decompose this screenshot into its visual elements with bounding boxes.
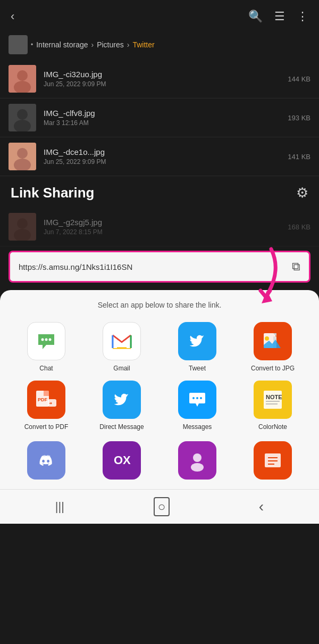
svg-point-1 (17, 70, 28, 81)
app-label-chat: Chat (39, 365, 53, 372)
nav-menu-icon[interactable]: ||| (55, 500, 64, 514)
svg-point-33 (196, 397, 198, 399)
app-item-direct-message[interactable]: Direct Message (86, 381, 157, 431)
file-item[interactable]: IMG_-g2sgj5.jpg Jun 7, 2022 8:15 PM 168 … (0, 208, 319, 246)
app-item-convert-jpg[interactable]: Convert to JPG (237, 322, 308, 372)
toolbar: ‹ 🔍 ☰ ⋮ (0, 0, 319, 30)
share-subtitle: Select an app below to share the link. (11, 301, 308, 309)
app-item-discord[interactable] (11, 441, 82, 484)
file-thumbnail (9, 65, 36, 93)
svg-point-16 (49, 338, 52, 341)
settings-icon[interactable]: ⚙ (296, 185, 308, 201)
svg-point-10 (17, 218, 28, 229)
more-options-icon[interactable]: ⋮ (297, 10, 308, 23)
twitter-icon (178, 322, 216, 360)
app-label-convert-pdf: Convert to PDF (24, 423, 69, 431)
url-box[interactable]: https://s.amsu.ng/1Nks1i1I16SN ⧉ (9, 251, 310, 283)
file-list: IMG_-ci32uo.jpg Jun 25, 2022 9:09 PM 144… (0, 60, 319, 176)
file-info: IMG_-ci32uo.jpg Jun 25, 2022 9:09 PM (44, 70, 280, 88)
file-item[interactable]: IMG_-ci32uo.jpg Jun 25, 2022 9:09 PM 144… (0, 60, 319, 98)
app-label-colornote: ColorNote (258, 423, 287, 431)
svg-text:NOTE: NOTE (266, 394, 282, 400)
app-grid: Chat Gmail (11, 322, 308, 431)
file-info: IMG_-clfv8.jpg Mar 3 12:16 AM (44, 109, 280, 127)
file-name: IMG_-ci32uo.jpg (44, 70, 280, 79)
svg-text:OX: OX (114, 453, 131, 467)
svg-point-14 (41, 338, 44, 341)
svg-point-4 (17, 109, 28, 120)
file-info: IMG_-g2sgj5.jpg Jun 7, 2022 8:15 PM (44, 218, 280, 236)
breadcrumb-internal-storage[interactable]: Internal storage (36, 40, 88, 49)
breadcrumb-pictures[interactable]: Pictures (97, 40, 124, 49)
file-name: IMG_-clfv8.jpg (44, 109, 280, 118)
file-size: 193 KB (288, 114, 310, 122)
app-item-chat[interactable]: Chat (11, 322, 82, 372)
app-label-tweet: Tweet (189, 365, 206, 372)
messages-icon (178, 381, 216, 419)
direct-message-icon (103, 381, 141, 419)
chat-icon (27, 322, 65, 360)
app-item-messages[interactable]: Messages (162, 381, 233, 431)
ox-icon: OX (103, 441, 141, 480)
folder-avatar (9, 35, 28, 54)
breadcrumb-sep2: › (127, 40, 130, 49)
bottom-sheet: Select an app below to share the link. C… (0, 290, 319, 489)
app-item-tweet[interactable]: Tweet (162, 322, 233, 372)
file-size: 144 KB (288, 75, 310, 83)
colornote-icon: NOTE (254, 381, 292, 419)
svg-point-32 (192, 397, 195, 399)
svg-text:PDF: PDF (38, 397, 48, 402)
svg-point-24 (265, 336, 269, 341)
file-name: IMG_-g2sgj5.jpg (44, 218, 280, 227)
back-button[interactable]: ‹ (11, 10, 14, 23)
breadcrumb: • Internal storage › Pictures › Twitter (0, 30, 319, 60)
copy-icon[interactable]: ⧉ (292, 260, 300, 274)
url-text: https://s.amsu.ng/1Nks1i1I16SN (19, 262, 287, 271)
breadcrumb-dot: • (31, 41, 33, 48)
file-info: IMG_-dce1o...jpg Jun 25, 2022 9:09 PM (44, 147, 280, 166)
nav-back-icon[interactable]: ‹ (259, 498, 264, 515)
file-size: 168 KB (288, 223, 310, 231)
svg-text:➜: ➜ (49, 401, 52, 405)
app-label-direct-message: Direct Message (99, 423, 144, 431)
app-label-messages: Messages (183, 423, 212, 431)
nav-bar: ||| ○ ‹ (0, 489, 319, 524)
file-meta: Jun 25, 2022 9:09 PM (44, 80, 280, 88)
gmail-icon (103, 322, 141, 360)
app-item-convert-pdf[interactable]: PDF ➜ Convert to PDF (11, 381, 82, 431)
file-thumbnail (9, 143, 36, 170)
app-item-orange[interactable] (237, 441, 308, 484)
convert-jpg-icon (254, 322, 292, 360)
file-name: IMG_-dce1o...jpg (44, 147, 280, 156)
svg-point-34 (200, 397, 202, 399)
file-meta: Jun 25, 2022 9:09 PM (44, 158, 280, 166)
svg-point-7 (17, 148, 28, 159)
link-sharing-header: Link Sharing ⚙ (0, 176, 319, 208)
app-item-ox[interactable]: OX (86, 441, 157, 484)
file-item[interactable]: IMG_-dce1o...jpg Jun 25, 2022 9:09 PM 14… (0, 137, 319, 176)
svg-point-44 (193, 453, 202, 462)
app-label-gmail: Gmail (113, 365, 130, 372)
link-sharing-title: Link Sharing (11, 185, 94, 201)
list-view-icon[interactable]: ☰ (274, 10, 285, 23)
url-box-section: https://s.amsu.ng/1Nks1i1I16SN ⧉ (0, 246, 319, 290)
breadcrumb-twitter[interactable]: Twitter (132, 40, 154, 49)
discord-icon (27, 441, 65, 480)
svg-point-15 (45, 338, 48, 341)
file-size: 141 KB (288, 153, 310, 161)
app-item-colornote[interactable]: NOTE ColorNote (237, 381, 308, 431)
svg-point-45 (191, 463, 204, 472)
convert-pdf-icon: PDF ➜ (27, 381, 65, 419)
file-meta: Mar 3 12:16 AM (44, 119, 280, 127)
app-item-purple[interactable] (162, 441, 233, 484)
file-item[interactable]: IMG_-clfv8.jpg Mar 3 12:16 AM 193 KB (0, 98, 319, 137)
app-item-gmail[interactable]: Gmail (86, 322, 157, 372)
orange-app-icon (254, 441, 292, 480)
search-icon[interactable]: 🔍 (248, 10, 263, 23)
app-label-convert-jpg: Convert to JPG (251, 365, 295, 372)
file-thumbnail (9, 213, 36, 241)
toolbar-actions: 🔍 ☰ ⋮ (248, 10, 308, 23)
nav-home-icon[interactable]: ○ (154, 497, 170, 516)
file-thumbnail (9, 104, 36, 131)
breadcrumb-sep1: › (91, 40, 94, 49)
